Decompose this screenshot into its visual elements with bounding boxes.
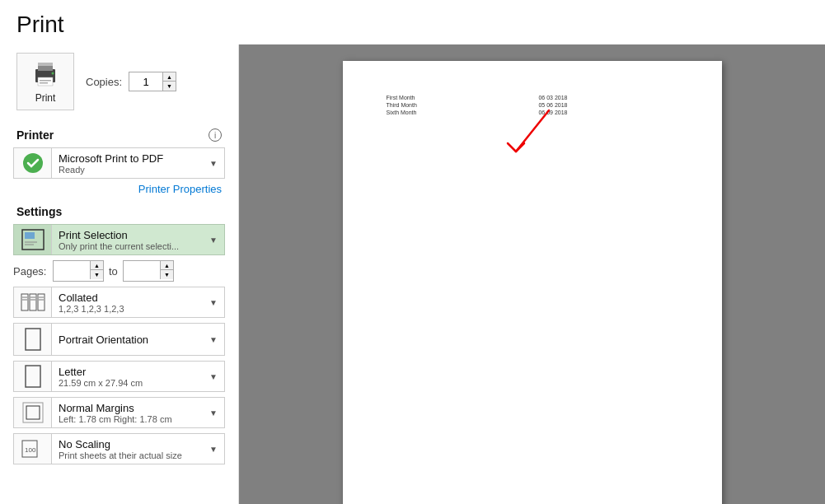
orientation-main: Portrait Orientation (59, 334, 196, 346)
svg-point-7 (23, 153, 43, 173)
pages-to-down[interactable]: ▼ (160, 270, 173, 279)
pages-to-input[interactable] (124, 261, 160, 281)
collated-icon (20, 291, 46, 314)
printer-section-title: Printer (16, 128, 54, 142)
printer-properties-link[interactable]: Printer Properties (138, 178, 222, 198)
preview-col2: 05 06 2018 (536, 101, 680, 109)
preview-col2: 06 03 2018 (536, 94, 680, 101)
collated-sub: 1,2,3 1,2,3 1,2,3 (59, 304, 196, 314)
print-selection-icon (21, 228, 45, 251)
pages-from-up[interactable]: ▲ (90, 261, 103, 270)
copies-down-button[interactable]: ▼ (162, 82, 176, 91)
margins-arrow: ▼ (203, 398, 224, 427)
settings-section-header: Settings (0, 200, 238, 222)
print-selection-text: Print Selection Only print the current s… (52, 225, 203, 254)
orientation-arrow: ▼ (203, 324, 224, 355)
svg-rect-2 (38, 77, 53, 86)
print-selection-main: Print Selection (59, 229, 196, 241)
preview-col2: 06 09 2018 (536, 109, 680, 116)
margins-icon (21, 401, 45, 424)
collated-dropdown[interactable]: Collated 1,2,3 1,2,3 1,2,3 ▼ (13, 287, 225, 318)
svg-rect-24 (26, 406, 40, 419)
copies-input-wrap: ▲ ▼ (129, 72, 176, 91)
svg-rect-21 (26, 329, 40, 350)
paper-sub: 21.59 cm x 27.94 cm (59, 378, 196, 388)
svg-rect-22 (26, 366, 40, 387)
print-selection-arrow: ▼ (203, 225, 224, 254)
print-selection-dropdown[interactable]: Print Selection Only print the current s… (13, 224, 225, 255)
copies-input[interactable] (129, 72, 162, 91)
printer-dropdown[interactable]: Microsoft Print to PDF Ready ▼ (13, 147, 225, 179)
scaling-icon: 100 (21, 437, 45, 460)
svg-rect-5 (40, 80, 51, 82)
paper-icon-cell (14, 362, 52, 391)
collated-main: Collated (59, 292, 196, 304)
svg-rect-9 (25, 232, 35, 239)
pages-to-up[interactable]: ▲ (160, 261, 173, 270)
copies-up-button[interactable]: ▲ (162, 72, 176, 82)
margins-dropdown[interactable]: Normal Margins Left: 1.78 cm Right: 1.78… (13, 397, 225, 428)
paper-dropdown[interactable]: Letter 21.59 cm x 27.94 cm ▼ (13, 361, 225, 392)
pages-to-wrap: ▲ ▼ (123, 260, 174, 282)
pages-to-label: to (109, 265, 118, 278)
preview-panel: First Month 06 03 2018 Third Month 05 06… (239, 44, 825, 504)
pages-from-input[interactable] (54, 261, 90, 281)
svg-rect-6 (40, 82, 48, 84)
print-button[interactable]: Print (16, 53, 74, 110)
collated-icon-cell (14, 287, 52, 317)
orientation-text: Portrait Orientation (52, 324, 203, 355)
scaling-main: No Scaling (59, 438, 196, 450)
copies-row: Copies: ▲ ▼ (86, 72, 176, 91)
svg-text:100: 100 (25, 446, 36, 454)
scaling-arrow: ▼ (203, 434, 224, 464)
table-row: First Month 06 03 2018 (384, 94, 681, 101)
print-selection-sub: Only print the current selecti... (59, 241, 196, 251)
orientation-dropdown[interactable]: Portrait Orientation ▼ (13, 323, 225, 356)
margins-main: Normal Margins (59, 402, 196, 414)
scaling-icon-cell: 100 (14, 434, 52, 464)
paper-text: Letter 21.59 cm x 27.94 cm (52, 362, 203, 391)
svg-point-4 (52, 72, 54, 75)
page-title: Print (0, 0, 825, 44)
scaling-text: No Scaling Print sheets at their actual … (52, 434, 203, 464)
preview-page: First Month 06 03 2018 Third Month 05 06… (343, 61, 722, 504)
copies-spinners: ▲ ▼ (162, 72, 176, 91)
printer-section-header: Printer i (0, 124, 238, 145)
printer-status: Ready (59, 165, 196, 175)
collated-arrow: ▼ (203, 287, 224, 317)
pages-from-spinners: ▲ ▼ (90, 261, 103, 281)
red-arrow-annotation (491, 102, 557, 168)
margins-text: Normal Margins Left: 1.78 cm Right: 1.78… (52, 398, 203, 427)
pages-from-down[interactable]: ▼ (90, 270, 103, 279)
margins-icon-cell (14, 398, 52, 427)
scaling-dropdown[interactable]: 100 No Scaling Print sheets at their act… (13, 433, 225, 464)
printer-status-icon (21, 152, 45, 175)
printer-info-icon[interactable]: i (209, 128, 222, 142)
pages-from-wrap: ▲ ▼ (53, 260, 104, 282)
printer-dropdown-arrow: ▼ (203, 148, 224, 178)
print-selection-icon-cell (14, 225, 52, 254)
printer-name-cell: Microsoft Print to PDF Ready (52, 148, 203, 178)
margins-sub: Left: 1.78 cm Right: 1.78 cm (59, 414, 196, 424)
collated-text: Collated 1,2,3 1,2,3 1,2,3 (52, 287, 203, 317)
print-button-area: Print Copies: ▲ ▼ (0, 44, 238, 124)
svg-rect-3 (38, 63, 53, 66)
preview-col1: First Month (384, 94, 537, 101)
pages-label: Pages: (13, 265, 48, 278)
paper-icon (24, 365, 42, 388)
printer-icon (30, 59, 60, 89)
print-btn-label: Print (35, 92, 56, 104)
pages-to-spinners: ▲ ▼ (160, 261, 173, 281)
copies-label: Copies: (86, 76, 122, 88)
printer-name: Microsoft Print to PDF (59, 152, 196, 165)
paper-main: Letter (59, 366, 196, 378)
svg-rect-15 (30, 294, 36, 310)
pages-row: Pages: ▲ ▼ to ▲ ▼ (13, 260, 225, 282)
printer-status-icon-cell (14, 148, 52, 178)
settings-section-title: Settings (16, 205, 62, 218)
orientation-icon-cell (14, 324, 52, 355)
scaling-sub: Print sheets at their actual size (59, 450, 196, 460)
orientation-icon (23, 327, 43, 352)
svg-rect-18 (38, 294, 45, 310)
svg-rect-12 (21, 294, 28, 310)
